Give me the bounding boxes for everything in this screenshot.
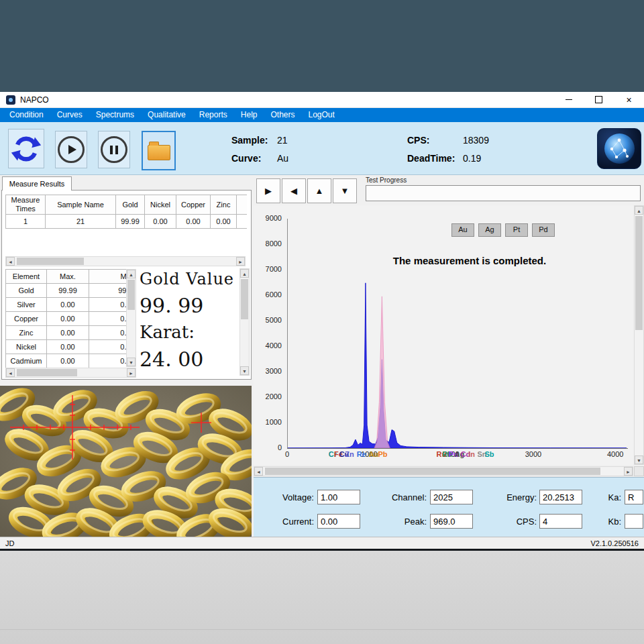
chart-nav-up-button[interactable]: ▲	[307, 178, 331, 203]
scroll-arrow-left-icon[interactable]: ◄	[6, 368, 15, 377]
table-row[interactable]: Copper0.000.00	[6, 312, 127, 326]
statusbar: JD V2.1.0.250516	[0, 537, 644, 549]
chart-nav-right-button[interactable]: ▶	[256, 178, 280, 203]
sample-value: 21	[277, 135, 288, 146]
scroll-arrow-right-icon[interactable]: ►	[127, 368, 136, 377]
tab-measure-results[interactable]: Measure Results	[2, 176, 72, 191]
menu-item-curves[interactable]: Curves	[50, 108, 89, 122]
chart-hscroll[interactable]: ◄►	[254, 466, 633, 476]
current-input[interactable]	[317, 514, 360, 529]
kb-input[interactable]	[625, 514, 643, 529]
scroll-arrow-down-icon[interactable]: ▼	[127, 358, 136, 366]
column-header[interactable]: Ruthenium	[237, 195, 248, 215]
scroll-thumb[interactable]	[265, 468, 600, 475]
chart-nav-left-button[interactable]: ◀	[282, 178, 306, 203]
column-header[interactable]: Nickel	[145, 195, 176, 215]
scroll-thumb[interactable]	[635, 216, 643, 330]
scroll-thumb[interactable]	[127, 280, 135, 310]
table-row[interactable]: Silver0.000.00	[6, 298, 127, 312]
x-tick-label: 4000	[607, 450, 623, 458]
scroll-arrow-up-icon[interactable]: ▲	[127, 270, 136, 278]
table-cell: 0.00	[211, 215, 237, 229]
column-header[interactable]: Measure Times	[6, 195, 46, 215]
scroll-arrow-left-icon[interactable]: ◄	[6, 257, 15, 266]
header-row: Measure TimesSample NameGoldNickelCopper…	[6, 195, 248, 215]
cps-input[interactable]	[539, 514, 582, 529]
gold-value-title: Gold Value	[140, 270, 234, 288]
scroll-arrow-right-icon[interactable]: ►	[236, 257, 245, 266]
pause-button[interactable]	[98, 131, 130, 168]
gold-value-number: 99. 99	[140, 294, 203, 317]
menu-item-help[interactable]: Help	[234, 108, 264, 122]
chart-nav-down-button[interactable]: ▼	[333, 178, 357, 203]
titlebar: NAPCO ×	[0, 92, 644, 108]
column-header[interactable]: Max.	[47, 270, 89, 284]
table-cell: 0.00	[89, 326, 127, 340]
scroll-arrow-up-icon[interactable]: ▲	[240, 269, 249, 278]
table-row[interactable]: Cadmium0.000.00	[6, 354, 127, 368]
menu-item-qualitative[interactable]: Qualitative	[141, 108, 193, 122]
scroll-arrow-left-icon[interactable]: ◄	[254, 467, 263, 476]
deadtime-label: DeadTime:	[407, 153, 455, 164]
cps-value: 18309	[463, 135, 489, 146]
energy-input[interactable]	[539, 490, 582, 504]
window-title: NAPCO	[20, 95, 49, 105]
column-header[interactable]: Element	[6, 270, 47, 284]
cps-field-label: CPS:	[490, 517, 537, 527]
voltage-label: Voltage:	[265, 492, 314, 502]
element-hscroll[interactable]: ◄►	[5, 368, 136, 378]
voltage-input[interactable]	[317, 490, 360, 504]
menu-item-spectrums[interactable]: Spectrums	[89, 108, 141, 122]
scroll-arrow-down-icon[interactable]: ▼	[635, 455, 643, 464]
column-header[interactable]: Copper	[176, 195, 211, 215]
element-marker-sb: Sb	[484, 450, 494, 458]
menu-item-reports[interactable]: Reports	[193, 108, 234, 122]
measure-hscroll[interactable]: ◄►	[5, 256, 246, 266]
scroll-arrow-down-icon[interactable]: ▼	[240, 366, 249, 375]
table-cell: 1	[6, 215, 46, 229]
curve-value: Au	[277, 153, 288, 164]
menu-item-condition[interactable]: Condition	[3, 108, 50, 122]
peak-input[interactable]	[430, 514, 473, 529]
pause-icon	[101, 136, 127, 163]
scroll-thumb[interactable]	[17, 258, 84, 265]
column-header[interactable]: Sample Name	[46, 195, 116, 215]
column-header[interactable]: Zinc	[211, 195, 237, 215]
desktop-bottom-band	[0, 551, 644, 644]
table-cell: Copper	[6, 312, 47, 326]
table-row[interactable]: Gold99.9999.99	[6, 284, 127, 298]
column-header[interactable]: Gold	[116, 195, 145, 215]
minimize-button[interactable]	[553, 92, 584, 108]
scroll-arrow-up-icon[interactable]: ▲	[635, 206, 643, 215]
close-button[interactable]: ×	[614, 92, 644, 108]
karat-label: Karat:	[140, 322, 195, 342]
ka-input[interactable]	[625, 490, 643, 504]
measure-table: Measure TimesSample NameGoldNickelCopper…	[5, 195, 247, 256]
scroll-thumb[interactable]	[17, 369, 77, 376]
column-header[interactable]: Min.	[89, 270, 127, 284]
y-tick-label: 8000	[252, 239, 282, 248]
maximize-icon	[595, 96, 602, 103]
chart-vscroll[interactable]: ▲▼	[634, 205, 644, 465]
table-cell: 0.00	[47, 312, 89, 326]
start-button[interactable]	[55, 131, 87, 168]
element-table-grid: ElementMax.Min.Gold99.9999.99Silver0.000…	[5, 269, 126, 368]
play-icon	[58, 136, 85, 163]
scroll-arrow-right-icon[interactable]: ►	[624, 467, 633, 476]
menu-item-others[interactable]: Others	[264, 108, 302, 122]
table-row[interactable]: Nickel0.000.00	[6, 340, 127, 354]
energy-label: Energy:	[490, 492, 537, 502]
channel-input[interactable]	[430, 490, 473, 504]
maximize-button[interactable]	[584, 92, 614, 108]
element-marker-zn: Zn	[345, 450, 354, 458]
scroll-thumb[interactable]	[241, 279, 248, 319]
menu-item-logout[interactable]: LogOut	[302, 108, 341, 122]
open-button[interactable]	[142, 131, 176, 170]
table-row[interactable]: 12199.990.000.000.000.00	[6, 215, 248, 229]
app-icon	[6, 95, 15, 105]
gold-vscroll[interactable]: ▲▼	[239, 268, 250, 376]
table-row[interactable]: Zinc0.000.00	[6, 326, 127, 340]
element-vscroll[interactable]: ▲▼	[126, 269, 136, 367]
table-cell: 0.00	[89, 312, 127, 326]
refresh-button[interactable]	[8, 129, 44, 168]
